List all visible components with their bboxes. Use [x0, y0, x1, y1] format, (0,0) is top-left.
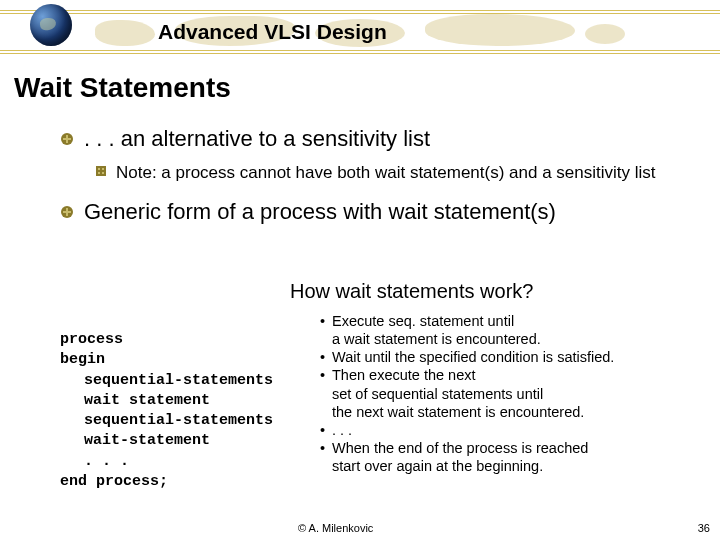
- svg-rect-7: [102, 172, 104, 174]
- bullet-icon: [60, 132, 74, 146]
- code-line: end process;: [60, 472, 310, 492]
- footer-copyright: © A. Milenkovic: [298, 522, 373, 534]
- how-item-text: . . .: [332, 421, 715, 439]
- how-item-2: •Wait until the specified condition is s…: [320, 348, 715, 366]
- code-line: . . .: [84, 452, 310, 472]
- svg-rect-4: [98, 168, 100, 170]
- code-line: wait statement: [84, 391, 310, 411]
- title-divider: [0, 53, 720, 54]
- code-block: process begin sequential-statements wait…: [60, 330, 310, 492]
- code-line: sequential-statements: [84, 411, 310, 431]
- globe-icon: [30, 4, 72, 46]
- slide-title: Wait Statements: [14, 72, 231, 104]
- how-list: •Execute seq. statement until a wait sta…: [320, 312, 715, 475]
- footer-slide-number: 36: [698, 522, 710, 534]
- bullet-icon: [60, 205, 74, 219]
- how-item-text: Then execute the next: [332, 366, 715, 384]
- svg-rect-10: [63, 211, 71, 213]
- bullet-1: . . . an alternative to a sensitivity li…: [60, 126, 700, 152]
- bullet-1-text: . . . an alternative to a sensitivity li…: [84, 126, 430, 152]
- how-item-5: •When the end of the process is reached: [320, 439, 715, 457]
- how-item-3-cont: set of sequential statements until: [332, 385, 715, 403]
- how-item-1-cont: a wait statement is encountered.: [332, 330, 715, 348]
- svg-rect-2: [63, 138, 71, 140]
- slide: Advanced VLSI Design Wait Statements . .…: [0, 0, 720, 540]
- svg-rect-3: [96, 166, 106, 176]
- bullet-2-text: Generic form of a process with wait stat…: [84, 199, 556, 225]
- how-item-5-cont: start over again at the beginning.: [332, 457, 715, 475]
- how-item-3-cont: the next wait statement is encountered.: [332, 403, 715, 421]
- sub-bullet-icon: [96, 166, 106, 176]
- title-divider: [0, 10, 720, 11]
- bullet-2: Generic form of a process with wait stat…: [60, 199, 700, 225]
- code-line: begin: [60, 350, 310, 370]
- code-line: wait-statement: [84, 431, 310, 451]
- how-item-3: •Then execute the next: [320, 366, 715, 384]
- how-item-1: •Execute seq. statement until: [320, 312, 715, 330]
- how-item-text: Wait until the specified condition is sa…: [332, 348, 715, 366]
- content-area: . . . an alternative to a sensitivity li…: [60, 126, 700, 235]
- sub-bullet-1: Note: a process cannot have both wait st…: [96, 162, 700, 183]
- svg-rect-6: [98, 172, 100, 174]
- title-divider: [0, 50, 720, 51]
- code-line: process: [60, 330, 310, 350]
- code-line: sequential-statements: [84, 371, 310, 391]
- how-title: How wait statements work?: [290, 280, 533, 303]
- how-item-4: •. . .: [320, 421, 715, 439]
- course-title: Advanced VLSI Design: [158, 20, 387, 44]
- how-item-text: When the end of the process is reached: [332, 439, 715, 457]
- sub-bullet-1-text: Note: a process cannot have both wait st…: [116, 162, 656, 183]
- svg-rect-5: [102, 168, 104, 170]
- how-item-text: Execute seq. statement until: [332, 312, 715, 330]
